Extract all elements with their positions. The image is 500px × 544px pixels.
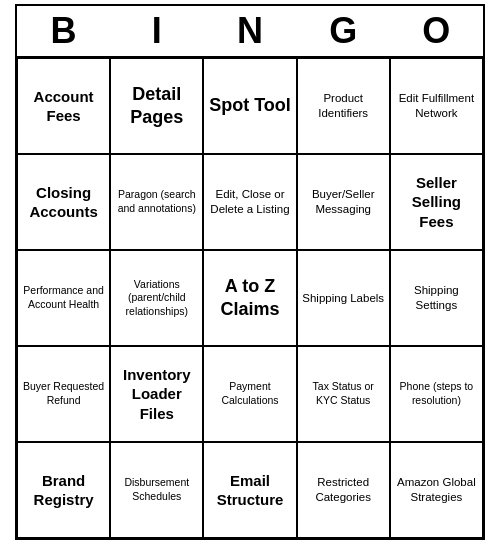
bingo-cell-0: Account Fees	[17, 58, 110, 154]
bingo-cell-16: Inventory Loader Files	[110, 346, 203, 442]
bingo-cell-7: Edit, Close or Delete a Listing	[203, 154, 296, 250]
bingo-header: BINGO	[17, 6, 483, 58]
bingo-cell-2: Spot Tool	[203, 58, 296, 154]
bingo-letter: B	[17, 10, 110, 52]
bingo-cell-19: Phone (steps to resolution)	[390, 346, 483, 442]
bingo-cell-22: Email Structure	[203, 442, 296, 538]
bingo-cell-24: Amazon Global Strategies	[390, 442, 483, 538]
bingo-letter: N	[203, 10, 296, 52]
bingo-cell-10: Performance and Account Health	[17, 250, 110, 346]
bingo-cell-1: Detail Pages	[110, 58, 203, 154]
bingo-letter: G	[297, 10, 390, 52]
bingo-card: BINGO Account FeesDetail PagesSpot ToolP…	[15, 4, 485, 540]
bingo-cell-21: Disbursement Schedules	[110, 442, 203, 538]
bingo-cell-4: Edit Fulfillment Network	[390, 58, 483, 154]
bingo-letter: I	[110, 10, 203, 52]
bingo-cell-14: Shipping Settings	[390, 250, 483, 346]
bingo-cell-17: Payment Calculations	[203, 346, 296, 442]
bingo-cell-11: Variations (parent/child relationships)	[110, 250, 203, 346]
bingo-cell-18: Tax Status or KYC Status	[297, 346, 390, 442]
bingo-grid: Account FeesDetail PagesSpot ToolProduct…	[17, 58, 483, 538]
bingo-cell-12: A to Z Claims	[203, 250, 296, 346]
bingo-letter: O	[390, 10, 483, 52]
bingo-cell-9: Seller Selling Fees	[390, 154, 483, 250]
bingo-cell-6: Paragon (search and annotations)	[110, 154, 203, 250]
bingo-cell-13: Shipping Labels	[297, 250, 390, 346]
bingo-cell-3: Product Identifiers	[297, 58, 390, 154]
bingo-cell-8: Buyer/Seller Messaging	[297, 154, 390, 250]
bingo-cell-23: Restricted Categories	[297, 442, 390, 538]
bingo-cell-15: Buyer Requested Refund	[17, 346, 110, 442]
bingo-cell-5: Closing Accounts	[17, 154, 110, 250]
bingo-cell-20: Brand Registry	[17, 442, 110, 538]
